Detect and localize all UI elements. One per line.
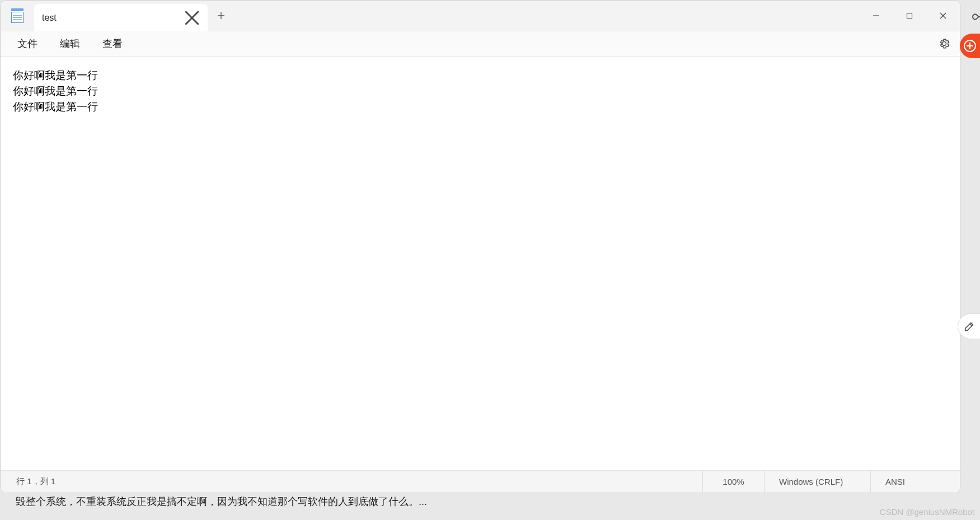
watermark: CSDN @geniusNMRobot [880, 507, 974, 517]
menu-edit[interactable]: 编辑 [49, 34, 91, 54]
menu-file[interactable]: 文件 [6, 34, 49, 54]
infinity-icon [969, 9, 980, 25]
side-edit-button[interactable] [958, 313, 980, 339]
status-zoom[interactable]: 100% [702, 471, 764, 493]
plus-icon [217, 12, 225, 20]
maximize-button[interactable] [893, 1, 926, 31]
notepad-icon [11, 8, 24, 23]
side-action-badge[interactable] [960, 34, 980, 58]
minimize-icon [873, 12, 879, 19]
settings-button[interactable] [934, 34, 954, 54]
gear-icon [938, 38, 950, 50]
active-tab[interactable]: test [34, 4, 208, 31]
background-article-snippet: 毁整个系统，不重装系统反正我是搞不定啊，因为我不知道那个写软件的人到底做了什么。… [16, 495, 427, 508]
status-line-ending[interactable]: Windows (CRLF) [764, 471, 870, 493]
new-tab-button[interactable] [208, 1, 235, 31]
status-encoding[interactable]: ANSI [870, 471, 960, 493]
plus-circle-icon [963, 39, 977, 53]
close-window-button[interactable] [926, 1, 960, 31]
svg-rect-0 [907, 13, 912, 18]
close-icon [184, 10, 200, 26]
maximize-icon [906, 12, 913, 19]
minimize-button[interactable] [859, 1, 893, 31]
window-controls [859, 1, 960, 31]
browser-peek-icon [969, 9, 980, 25]
pencil-icon [963, 320, 976, 332]
close-tab-button[interactable] [184, 10, 200, 26]
editor-textarea[interactable]: 你好啊我是第一行 你好啊我是第一行 你好啊我是第一行 [1, 57, 960, 470]
tab-title: test [42, 13, 184, 23]
titlebar[interactable]: test [1, 1, 960, 31]
statusbar: 行 1，列 1 100% Windows (CRLF) ANSI [1, 470, 960, 493]
app-icon-slot [1, 1, 34, 31]
notepad-window: test 文件 编辑 查看 [0, 0, 960, 493]
status-cursor-position: 行 1，列 1 [1, 476, 702, 487]
menubar: 文件 编辑 查看 [1, 31, 960, 57]
close-icon [940, 12, 946, 19]
titlebar-drag-region[interactable] [235, 1, 859, 31]
menu-view[interactable]: 查看 [91, 34, 134, 54]
